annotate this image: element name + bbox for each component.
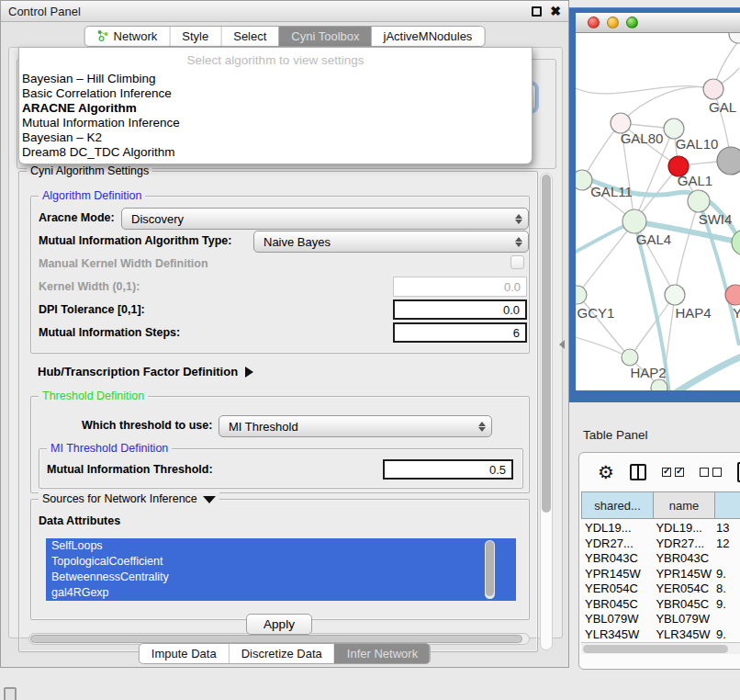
tab-label: Select [233,29,266,43]
settings-vertical-scrollbar[interactable] [540,173,553,650]
network-node[interactable] [703,79,723,99]
algorithm-option-mutual-information-inference[interactable]: Mutual Information Inference [19,116,532,130]
mi-steps-field[interactable]: 6 [393,322,527,343]
network-icon [97,29,109,44]
table-panel-toolbar: ⚙ [579,453,740,491]
node-label-y: Y [733,305,740,321]
which-threshold-combo[interactable]: MI Threshold [219,415,492,437]
table-row[interactable]: YLR345WYLR345W9. [585,627,740,643]
float-window-icon[interactable] [532,6,542,17]
tab-jactivemnodules[interactable]: jActiveMNodules [372,27,485,46]
cyni-mode-tabbar: Impute DataDiscretize DataInfer Network [139,643,431,664]
mi-threshold-definition-group: MI Threshold Definition Mutual Informati… [39,448,523,489]
close-icon[interactable]: ✖ [550,6,561,17]
column-header-name[interactable]: name [654,491,715,519]
column-header-clipped[interactable] [715,491,740,519]
table-row[interactable]: YDR27...YDR27...12 [585,536,740,552]
dpi-tolerance-field[interactable]: 0.0 [393,299,527,320]
select-all-checkboxes-icon[interactable] [662,468,684,477]
table-cell: YPR145W [585,567,656,582]
network-node[interactable] [651,379,667,390]
table-row[interactable]: YBL079WYBL079W [585,612,740,627]
close-traffic-light-icon[interactable] [588,17,600,28]
dpi-tolerance-label: DPI Tolerance [0,1]: [39,303,145,316]
splitter-collapse-icon[interactable] [559,340,565,349]
algorithm-option-bayesian-hill-climbing[interactable]: Bayesian – Hill Climbing [19,72,532,86]
control-panel-content: Select algorithm to view settings Bayesi… [8,47,563,638]
table-cell: YBR043C [585,551,656,567]
control-panel-tabbar: NetworkStyleSelectCyni ToolboxjActiveMNo… [84,26,486,47]
table-row[interactable]: YER054CYER054C8. [585,581,740,597]
deselect-all-checkboxes-icon[interactable] [700,468,722,477]
algorithm-option-bayesian-k2[interactable]: Bayesian – K2 [19,130,532,145]
network-node[interactable] [665,285,685,305]
column-header-shared[interactable]: shared... [581,491,654,519]
cyni-algorithm-settings-group: Cyni Algorithm Settings Algorithm Defini… [18,171,538,652]
tab-network[interactable]: Network [85,27,170,46]
algorithm-option-basic-correlation-inference[interactable]: Basic Correlation Inference [19,86,532,101]
node-label-gal1: GAL1 [678,173,712,188]
mi-algorithm-type-combo[interactable]: Naive Bayes [253,231,529,253]
network-view-window: GALGAL80GAL10GAL1GAL11SWI4GAL4GCY1HAP4YH… [569,7,740,402]
table-row[interactable]: YDL19...YDL19...13 [585,521,740,536]
sources-group: Sources for Network Inference Data Attri… [30,499,530,620]
aracne-mode-label: Aracne Mode: [39,211,115,224]
table-cell: YDL19... [585,521,656,536]
aracne-mode-combo[interactable]: Discovery [121,208,529,230]
algorithm-option-aracne-algorithm[interactable]: ARACNE Algorithm [19,101,532,116]
node-label-hap4: HAP4 [675,305,711,321]
mi-threshold-field[interactable]: 0.5 [383,459,513,480]
minimize-traffic-light-icon[interactable] [607,17,619,28]
network-canvas[interactable]: GALGAL80GAL10GAL1GAL11SWI4GAL4GCY1HAP4YH… [576,33,740,390]
cyni-settings-legend: Cyni Algorithm Settings [27,164,152,177]
kernel-width-field[interactable]: 0.0 [393,277,527,297]
attributes-list-scrollbar[interactable] [485,540,495,599]
tab-label: Discretize Data [241,647,322,660]
hub-factor-definition-toggle[interactable]: Hub/Transcription Factor Definition [38,365,253,378]
sources-legend[interactable]: Sources for Network Inference [39,492,219,505]
columns-icon[interactable] [630,464,646,480]
node-label-gcy1: GCY1 [577,305,615,321]
network-node[interactable] [729,33,740,43]
apply-button[interactable]: Apply [246,614,312,635]
tab-discretize-data[interactable]: Discretize Data [229,644,334,663]
collapse-down-icon [203,496,216,503]
attribute-item-gal4rgexp[interactable]: gal4RGexp [46,585,516,601]
network-node[interactable] [576,286,587,304]
table-row[interactable]: YPR145WYPR145W9. [585,567,740,582]
attribute-item-betweennesscentrality[interactable]: BetweennessCentrality [46,570,516,585]
table-row[interactable]: YBR043CYBR043C [585,551,740,567]
node-table: shared...name YDL19...YDL19...13YDR27...… [581,491,740,642]
tab-impute-data[interactable]: Impute Data [140,644,229,663]
tab-select[interactable]: Select [220,27,278,46]
combo-arrows-icon [475,422,491,432]
node-label-swi4: SWI4 [699,211,733,227]
tab-label: Network [114,29,158,43]
node-label-gal: GAL [709,99,736,115]
manual-kernel-width-checkbox[interactable] [510,255,524,269]
algorithm-definition-group: Algorithm Definition Aracne Mode: Discov… [30,196,530,354]
table-horizontal-scrollbar[interactable] [581,642,740,654]
network-node[interactable] [732,230,740,255]
expand-right-icon [245,367,253,378]
tab-infer-network[interactable]: Infer Network [334,644,430,663]
table-cell: YDR27... [585,536,656,552]
network-node[interactable] [725,285,740,305]
attribute-item-topologicalcoefficient[interactable]: TopologicalCoefficient [46,554,516,570]
zoom-traffic-light-icon[interactable] [626,17,638,28]
tab-cyni-toolbox[interactable]: Cyni Toolbox [278,27,371,46]
node-label-gal11: GAL11 [590,184,633,199]
network-node[interactable] [717,147,740,175]
data-attributes-label: Data Attributes [39,514,120,527]
table-panel-title: Table Panel [583,428,648,442]
gear-icon[interactable]: ⚙ [598,463,614,481]
minimized-panel-icon[interactable] [4,687,17,700]
table-row[interactable]: YBR045CYBR045C9. [585,597,740,613]
network-node[interactable] [688,190,710,212]
tab-label: Cyni Toolbox [291,29,359,43]
network-node[interactable] [622,209,646,233]
network-node[interactable] [622,349,638,366]
algorithm-option-dream8-dc-tdc-algorithm[interactable]: Dream8 DC_TDC Algorithm [19,145,532,160]
tab-style[interactable]: Style [169,27,220,46]
attribute-item-selfloops[interactable]: SelfLoops [46,538,516,554]
